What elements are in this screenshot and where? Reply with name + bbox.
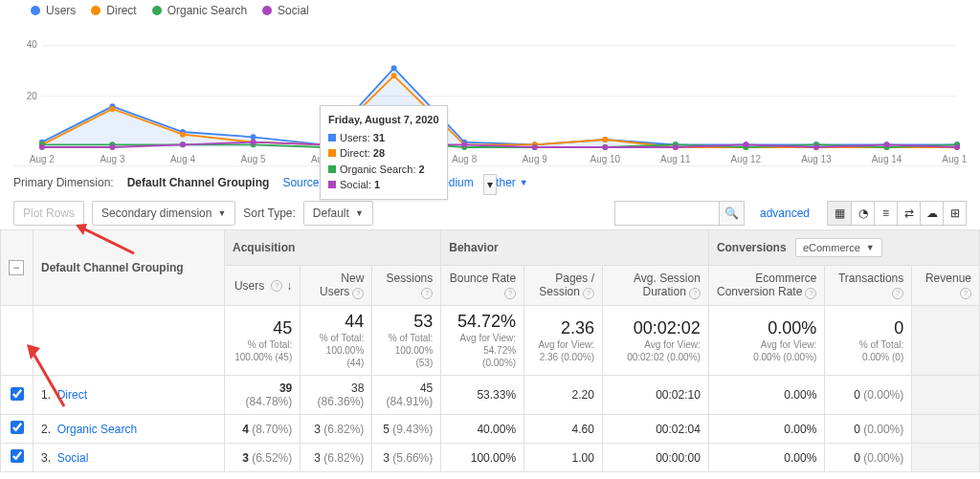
total-sessions: 53 xyxy=(413,312,433,331)
svg-text:Aug 12: Aug 12 xyxy=(731,154,762,164)
row-index: 1. xyxy=(41,388,51,402)
bars-icon: ≡ xyxy=(882,207,889,220)
svg-text:Aug 4: Aug 4 xyxy=(170,154,195,164)
svg-text:Aug 10: Aug 10 xyxy=(590,154,621,164)
secondary-dimension-dropdown[interactable]: Secondary dimension▼ xyxy=(92,201,235,226)
svg-point-73 xyxy=(954,144,960,150)
plot-rows-button: Plot Rows xyxy=(13,201,84,226)
chevron-down-icon: ▾ xyxy=(487,178,493,191)
row-checkbox[interactable] xyxy=(11,449,24,463)
col-sessions[interactable]: Sessions? xyxy=(372,266,441,306)
help-icon[interactable]: ? xyxy=(689,288,701,299)
primary-dimension-label: Primary Dimension: xyxy=(13,176,114,189)
col-users[interactable]: Users?↓ xyxy=(225,266,301,306)
legend-users: Users xyxy=(46,4,76,17)
col-ecr[interactable]: Ecommerce Conversion Rate? xyxy=(708,266,824,306)
svg-text:Aug 3: Aug 3 xyxy=(100,154,124,164)
col-new-users[interactable]: New Users? xyxy=(301,266,372,306)
chart-tooltip: Friday, August 7, 2020 Users: 31Direct: … xyxy=(320,105,448,200)
view-comparison-button[interactable]: ⇄ xyxy=(897,202,920,225)
svg-point-63 xyxy=(251,140,256,145)
help-icon[interactable]: ? xyxy=(271,280,282,292)
svg-point-61 xyxy=(109,144,115,150)
view-cloud-button[interactable]: ☁ xyxy=(920,202,943,225)
primary-dimension-active[interactable]: Default Channel Grouping xyxy=(127,176,270,189)
legend-direct: Direct xyxy=(106,4,136,17)
col-pages[interactable]: Pages / Session? xyxy=(524,266,603,306)
help-icon[interactable]: ? xyxy=(960,288,971,299)
caret-down-icon: ▼ xyxy=(520,178,528,187)
search-icon: 🔍 xyxy=(724,207,739,220)
totals-row: 45% of Total:100.00% (45) 44% of Total:1… xyxy=(1,306,980,376)
tooltip-row: Organic Search: 2 xyxy=(328,162,439,178)
help-icon[interactable]: ? xyxy=(421,288,433,299)
svg-text:20: 20 xyxy=(27,91,38,101)
svg-point-60 xyxy=(39,144,45,150)
search-button[interactable]: 🔍 xyxy=(720,201,745,226)
advanced-filter-link[interactable]: advanced xyxy=(760,207,810,220)
help-icon[interactable]: ? xyxy=(805,288,816,299)
conversions-segment-dropdown[interactable]: eCommerce ▼ xyxy=(795,238,882,257)
total-ecr: 0.00% xyxy=(768,318,816,337)
svg-text:Aug 15: Aug 15 xyxy=(942,154,967,164)
help-icon[interactable]: ? xyxy=(504,288,516,299)
row-index: 3. xyxy=(41,451,51,465)
svg-point-37 xyxy=(391,73,397,78)
view-pivot-button[interactable]: ⊞ xyxy=(943,202,966,225)
total-pages: 2.36 xyxy=(561,318,594,337)
group-acquisition: Acquisition xyxy=(225,230,441,266)
table-controls: Plot Rows Secondary dimension▼ Sort Type… xyxy=(0,197,980,229)
svg-point-72 xyxy=(884,142,890,147)
help-icon[interactable]: ? xyxy=(352,288,364,299)
col-bounce[interactable]: Bounce Rate? xyxy=(441,266,524,306)
col-revenue[interactable]: Revenue? xyxy=(912,266,980,306)
cloud-icon: ☁ xyxy=(926,207,938,220)
channel-link[interactable]: Direct xyxy=(57,388,87,402)
help-icon[interactable]: ? xyxy=(892,288,903,299)
svg-point-68 xyxy=(602,144,608,150)
total-users: 45 xyxy=(273,318,292,337)
table-icon: ▦ xyxy=(835,207,845,220)
svg-point-34 xyxy=(180,132,186,138)
row-index: 2. xyxy=(41,423,51,436)
sort-type-dropdown[interactable]: Default▼ xyxy=(303,201,373,226)
view-table-button[interactable]: ▦ xyxy=(828,202,851,225)
group-behavior: Behavior xyxy=(441,230,709,266)
svg-point-23 xyxy=(391,65,397,71)
svg-point-66 xyxy=(461,142,467,147)
svg-text:Aug 5: Aug 5 xyxy=(241,154,266,164)
pivot-icon: ⊞ xyxy=(950,207,960,220)
row-checkbox[interactable] xyxy=(11,421,24,434)
chart-expand-toggle[interactable]: ▾ xyxy=(483,174,497,195)
view-performance-button[interactable]: ≡ xyxy=(874,202,897,225)
legend-organic: Organic Search xyxy=(167,4,247,17)
total-transactions: 0 xyxy=(894,318,903,337)
total-bounce: 54.72% xyxy=(457,312,516,331)
caret-down-icon: ▼ xyxy=(866,243,875,252)
total-duration: 00:02:02 xyxy=(634,318,701,337)
svg-text:Aug 13: Aug 13 xyxy=(801,154,832,164)
compare-icon: ⇄ xyxy=(904,207,914,220)
collapse-all-toggle[interactable]: − xyxy=(9,260,24,275)
view-mode-buttons: ▦ ◔ ≡ ⇄ ☁ ⊞ xyxy=(827,201,967,226)
col-transactions[interactable]: Transactions? xyxy=(825,266,912,306)
channel-link[interactable]: Organic Search xyxy=(57,423,137,436)
tooltip-row: Social: 1 xyxy=(328,177,439,193)
pie-icon: ◔ xyxy=(858,207,868,220)
sort-type-label: Sort Type: xyxy=(243,207,295,220)
svg-text:Aug 8: Aug 8 xyxy=(452,154,477,164)
view-pie-button[interactable]: ◔ xyxy=(851,202,874,225)
svg-point-21 xyxy=(251,134,256,140)
search-input[interactable] xyxy=(614,201,720,226)
data-table: − Default Channel Grouping Acquisition B… xyxy=(0,229,980,472)
channel-link[interactable]: Social xyxy=(57,451,89,465)
line-chart[interactable]: 2040Aug 2Aug 3Aug 4Aug 5Aug 6Aug 7Aug 8A… xyxy=(13,23,967,166)
row-checkbox[interactable] xyxy=(11,387,24,401)
table-row: 1. Direct39 (84.78%)38 (86.36%)45 (84.91… xyxy=(1,376,980,415)
help-icon[interactable]: ? xyxy=(583,288,594,299)
svg-text:40: 40 xyxy=(27,39,38,50)
col-duration[interactable]: Avg. Session Duration? xyxy=(602,266,708,306)
svg-point-33 xyxy=(109,106,115,112)
total-new-users: 44 xyxy=(345,312,364,331)
dim-column-header[interactable]: Default Channel Grouping xyxy=(41,261,184,274)
